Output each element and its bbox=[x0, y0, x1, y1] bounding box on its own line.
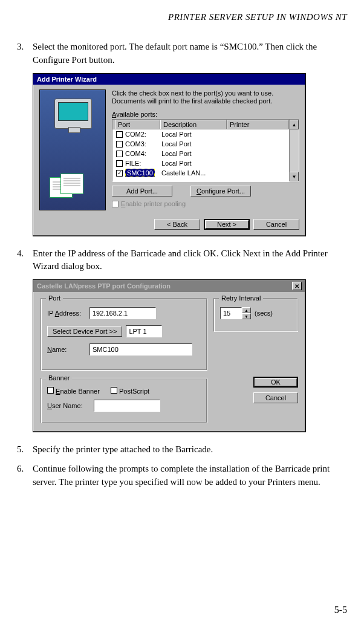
group-banner: Banner Enable BannerEnable Banner PostSc… bbox=[41, 378, 207, 423]
ports-row-selected[interactable]: ✓SMC100 Castelle LAN... bbox=[112, 168, 289, 178]
documents-icon bbox=[50, 174, 86, 199]
scroll-down-icon[interactable]: ▼ bbox=[290, 172, 299, 181]
page-number: 5-5 bbox=[334, 605, 347, 615]
enable-pooling-checkbox: Enable printer pooling Enable printer po… bbox=[112, 200, 299, 207]
add-port-button[interactable]: Add Port... bbox=[112, 186, 172, 196]
configure-port-button[interactable]: Configure Port...Configure Port... bbox=[190, 186, 251, 196]
step-5: 5. Specify the printer type attached to … bbox=[17, 443, 347, 456]
wizard-side-graphic bbox=[39, 89, 106, 210]
scroll-up-icon[interactable]: ▲ bbox=[290, 120, 299, 129]
step-5-text: Specify the printer type attached to the… bbox=[33, 443, 347, 456]
step-6-number: 6. bbox=[17, 463, 33, 489]
checkbox-icon[interactable] bbox=[116, 131, 123, 138]
retry-input[interactable] bbox=[220, 307, 242, 319]
user-name-label: User Name:User Name: bbox=[47, 402, 83, 409]
checkbox-icon[interactable] bbox=[47, 387, 54, 394]
group-banner-legend: Banner bbox=[46, 374, 72, 382]
device-port-value[interactable] bbox=[126, 325, 162, 337]
ok-button[interactable]: OK bbox=[253, 377, 298, 388]
user-name-input[interactable] bbox=[94, 400, 160, 412]
checkbox-icon[interactable] bbox=[111, 387, 117, 394]
dialog-add-printer-wizard: Add Printer Wizard Click the check box n… bbox=[33, 73, 306, 236]
retry-unit-label: (secs) bbox=[255, 310, 273, 317]
checkbox-icon[interactable] bbox=[116, 160, 123, 167]
step-4: 4. Enter the IP address of the Barricade… bbox=[17, 247, 347, 274]
postscript-checkbox[interactable]: PostScript bbox=[111, 387, 149, 395]
ports-row[interactable]: FILE: Local Port bbox=[112, 158, 289, 168]
select-device-port-button[interactable]: Select Device Port >> bbox=[47, 326, 122, 337]
step-6: 6. Continue following the prompts to com… bbox=[17, 463, 347, 489]
figure-add-printer-wizard: Add Printer Wizard Click the check box n… bbox=[33, 73, 347, 236]
figure-port-configuration: Castelle LANpress PTP port Configuration… bbox=[33, 279, 347, 432]
back-button[interactable]: < Back bbox=[154, 219, 200, 230]
cancel-button[interactable]: Cancel bbox=[253, 219, 299, 230]
checkbox-icon[interactable] bbox=[116, 151, 123, 157]
checkbox-icon[interactable] bbox=[116, 141, 123, 148]
ports-listview[interactable]: Port Description Printer COM2: Local Por… bbox=[112, 119, 299, 182]
step-3: 3. Select the monitored port. The defaul… bbox=[17, 41, 347, 67]
step-4-text: Enter the IP address of the Barricade an… bbox=[33, 247, 347, 274]
step-4-number: 4. bbox=[17, 247, 33, 274]
ports-row[interactable]: COM4: Local Port bbox=[112, 149, 289, 158]
step-3-number: 3. bbox=[17, 41, 33, 67]
cancel-button[interactable]: Cancel bbox=[253, 392, 298, 403]
group-retry-interval: Retry Interval ▲ ▼ (secs) bbox=[213, 298, 298, 332]
name-label: Name:Name: bbox=[47, 346, 86, 353]
group-port-legend: Port bbox=[46, 294, 63, 302]
available-ports-label: AAvailable ports:vailable ports: bbox=[112, 111, 299, 118]
dialog2-titlebar: Castelle LANpress PTP port Configuration… bbox=[33, 280, 305, 292]
dialog-port-configuration: Castelle LANpress PTP port Configuration… bbox=[33, 279, 306, 432]
ports-row[interactable]: COM2: Local Port bbox=[112, 129, 289, 139]
step-6-text: Continue following the prompts to comple… bbox=[33, 463, 347, 489]
ip-address-label: IP Address:IP Address: bbox=[47, 310, 86, 317]
ports-row[interactable]: COM3: Local Port bbox=[112, 139, 289, 149]
running-head: PRINTER SERVER SETUP IN WINDOWS NT bbox=[17, 12, 347, 22]
name-input[interactable] bbox=[89, 343, 192, 356]
spin-down-icon[interactable]: ▼ bbox=[242, 313, 251, 319]
ip-address-input[interactable] bbox=[89, 307, 156, 319]
col-description[interactable]: Description bbox=[160, 120, 227, 129]
col-printer[interactable]: Printer bbox=[227, 120, 289, 129]
dialog1-titlebar: Add Printer Wizard bbox=[33, 74, 305, 85]
step-3-text: Select the monitored port. The default p… bbox=[33, 41, 347, 67]
dialog1-instruction: Click the check box next to the port(s) … bbox=[112, 89, 299, 106]
retry-spinner[interactable]: ▲ ▼ bbox=[220, 307, 251, 319]
group-port: Port IP Address:IP Address: Select Devic… bbox=[41, 298, 207, 371]
ports-header: Port Description Printer bbox=[112, 120, 289, 129]
enable-banner-checkbox[interactable]: Enable BannerEnable Banner bbox=[47, 387, 100, 395]
group-retry-legend: Retry Interval bbox=[219, 294, 263, 302]
monitor-icon bbox=[54, 99, 92, 129]
close-icon[interactable]: ✕ bbox=[292, 282, 302, 290]
checkbox-icon bbox=[112, 201, 119, 207]
next-button[interactable]: Next > bbox=[204, 219, 250, 230]
vertical-scrollbar[interactable]: ▲ ▼ bbox=[289, 120, 299, 181]
checkbox-checked-icon[interactable]: ✓ bbox=[116, 170, 123, 177]
spin-up-icon[interactable]: ▲ bbox=[242, 307, 251, 313]
step-5-number: 5. bbox=[17, 443, 33, 456]
col-port[interactable]: Port bbox=[115, 120, 160, 129]
